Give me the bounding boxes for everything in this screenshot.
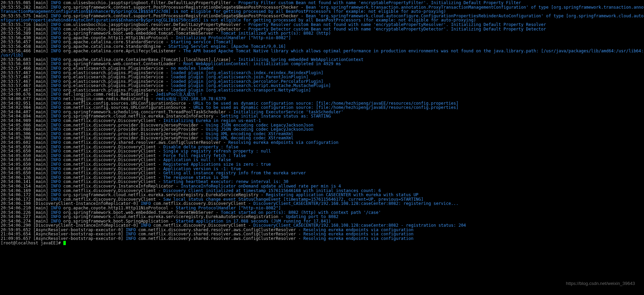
log-line: 20:53:56.466 [main] INFO org.apache.cata…: [1, 49, 644, 53]
shell-prompt-line[interactable]: [root@localhost javaEE]#: [1, 241, 644, 245]
log-level: INFO: [51, 49, 61, 53]
log-logger: com.netflix.discovery.shared.resolver.aw…: [138, 236, 296, 241]
log-level: INFO: [126, 236, 136, 241]
log-msg: DiscoveryClient_CASECENTER/192.168.108.1…: [253, 201, 458, 206]
log-thread: [main]: [33, 49, 48, 53]
shell-prompt: [root@localhost javaEE]#: [1, 241, 63, 245]
log-logger: org.apache.catalina.core.AprLifecycleLis…: [63, 49, 176, 53]
cursor-icon: [63, 241, 66, 245]
log-msg: Resolving eureka endpoints via configura…: [303, 236, 413, 241]
watermark-text: https://blog.csdn.net/weixin_39643: [566, 281, 635, 286]
log-line: 21:09:05.657 [AsyncResolver-bootstrap-ex…: [1, 236, 644, 241]
log-msg: Resolving eureka endpoints via configura…: [229, 140, 339, 145]
log-msg: The APR based Apache Tomcat Native libra…: [183, 49, 644, 53]
terminal-output[interactable]: 20:53:55.085 [main] INFO com.ulisesbocch…: [1, 1, 644, 245]
